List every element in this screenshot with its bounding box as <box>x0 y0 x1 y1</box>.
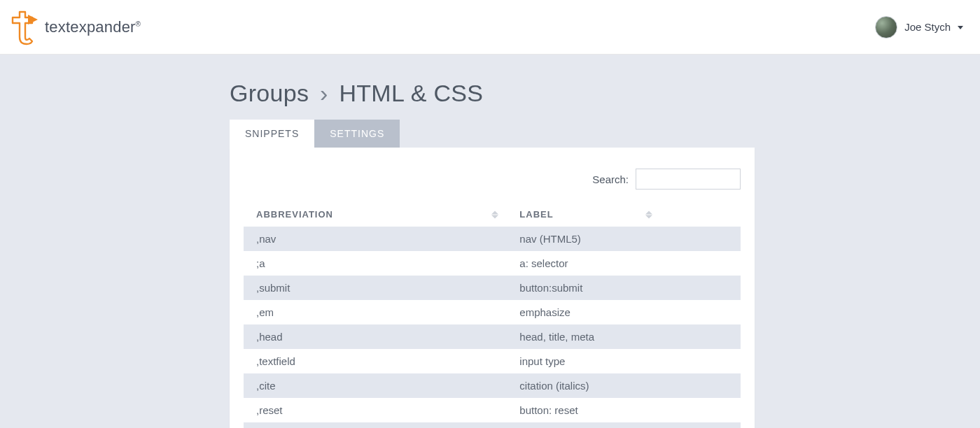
cell-pad <box>661 227 741 251</box>
column-header-label[interactable]: LABEL <box>507 202 661 227</box>
cell-pad <box>661 422 741 428</box>
table-row[interactable]: ,radioradio button <box>244 422 741 428</box>
cell-pad <box>661 349 741 373</box>
search-row: Search: <box>244 169 741 190</box>
cell-abbreviation: ,nav <box>244 227 507 251</box>
cell-label: a: selector <box>507 251 661 276</box>
table-row[interactable]: ,headhead, title, meta <box>244 324 741 349</box>
cell-abbreviation: ,submit <box>244 276 507 300</box>
cell-label: emphasize <box>507 300 661 324</box>
search-input[interactable] <box>636 169 741 190</box>
cell-pad <box>661 373 741 398</box>
cell-abbreviation: ,reset <box>244 398 507 422</box>
table-row[interactable]: ,navnav (HTML5) <box>244 227 741 251</box>
cell-label: input type <box>507 349 661 373</box>
cell-abbreviation: ,cite <box>244 373 507 398</box>
table-row[interactable]: ;aa: selector <box>244 251 741 276</box>
table-row[interactable]: ,ememphasize <box>244 300 741 324</box>
cell-abbreviation: ;a <box>244 251 507 276</box>
panel: Search: ABBREVIATION LABEL <box>230 148 755 428</box>
cell-abbreviation: ,radio <box>244 422 507 428</box>
breadcrumb-separator: › <box>320 80 328 106</box>
cell-label: button: reset <box>507 398 661 422</box>
tab-settings[interactable]: SETTINGS <box>314 120 400 148</box>
cell-label: head, title, meta <box>507 324 661 349</box>
table-row[interactable]: ,submitbutton:submit <box>244 276 741 300</box>
column-header-abbreviation[interactable]: ABBREVIATION <box>244 202 507 227</box>
search-label: Search: <box>592 173 629 185</box>
cell-label: citation (italics) <box>507 373 661 398</box>
cell-pad <box>661 251 741 276</box>
cell-abbreviation: ,em <box>244 300 507 324</box>
page-title: HTML & CSS <box>339 80 483 106</box>
tabs: SNIPPETS SETTINGS <box>230 120 755 148</box>
textexpander-t-icon <box>6 8 39 47</box>
tab-snippets[interactable]: SNIPPETS <box>230 120 314 148</box>
table-row[interactable]: ,textfieldinput type <box>244 349 741 373</box>
brand-logo[interactable]: textexpander® <box>6 8 141 47</box>
chevron-down-icon <box>958 26 963 29</box>
cell-label: button:submit <box>507 276 661 300</box>
table-row[interactable]: ,citecitation (italics) <box>244 373 741 398</box>
sort-icon <box>491 211 498 218</box>
cell-abbreviation: ,head <box>244 324 507 349</box>
topbar: textexpander® Joe Stych <box>0 0 980 55</box>
brand-name: textexpander® <box>45 18 141 36</box>
cell-pad <box>661 276 741 300</box>
snippets-table: ABBREVIATION LABEL <box>244 202 741 428</box>
breadcrumb: Groups › HTML & CSS <box>230 80 755 107</box>
cell-pad <box>661 300 741 324</box>
avatar <box>875 16 897 38</box>
user-name: Joe Stych <box>904 21 951 33</box>
breadcrumb-root[interactable]: Groups <box>230 80 309 106</box>
cell-label: nav (HTML5) <box>507 227 661 251</box>
table-row[interactable]: ,resetbutton: reset <box>244 398 741 422</box>
user-menu[interactable]: Joe Stych <box>875 16 963 38</box>
cell-pad <box>661 398 741 422</box>
cell-label: radio button <box>507 422 661 428</box>
cell-pad <box>661 324 741 349</box>
sort-icon <box>645 211 652 218</box>
column-header-pad <box>661 202 741 227</box>
cell-abbreviation: ,textfield <box>244 349 507 373</box>
page-body: Groups › HTML & CSS SNIPPETS SETTINGS Se… <box>0 55 980 428</box>
